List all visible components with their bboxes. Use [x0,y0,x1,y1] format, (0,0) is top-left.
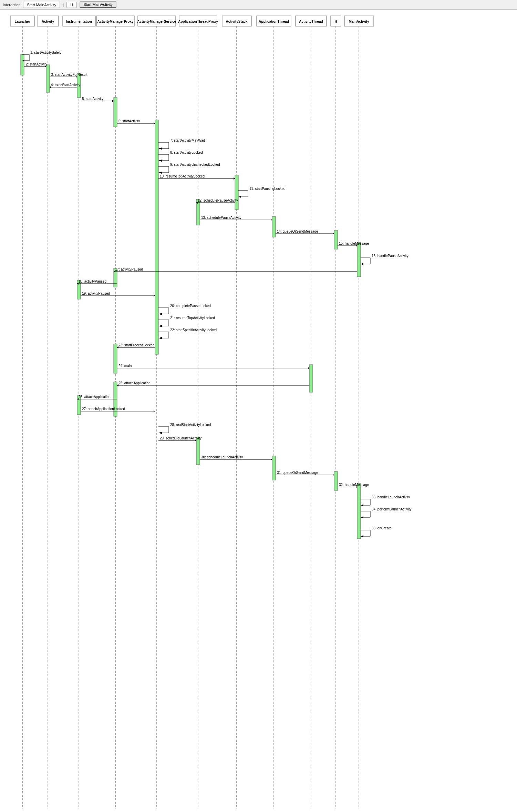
svg-rect-39 [196,199,200,225]
svg-marker-88 [333,233,334,235]
svg-marker-114 [308,367,309,369]
svg-text:2: startActivity: 2: startActivity [26,62,47,66]
svg-text:ActivityManagerService: ActivityManagerService [137,20,176,23]
svg-rect-42 [357,242,361,277]
toolbar-interaction-label: Interaction [3,3,20,7]
svg-text:ApplicationThread: ApplicationThread [259,20,289,23]
svg-text:35: onCreate: 35: onCreate [372,526,392,530]
svg-marker-85 [271,219,272,221]
svg-marker-131 [271,458,272,460]
svg-rect-50 [272,456,276,480]
svg-marker-134 [333,474,334,476]
svg-text:10: resumeTopActivityLocked: 10: resumeTopActivityLocked [160,174,205,178]
svg-marker-93 [361,263,363,265]
svg-text:8: startActivityLocked: 8: startActivityLocked [170,151,203,154]
svg-text:15: handleMessage: 15: handleMessage [339,242,369,245]
svg-marker-68 [154,122,155,124]
svg-text:17: activityPaused: 17: activityPaused [115,267,143,271]
svg-text:27: attachApplicationLocked: 27: attachApplicationLocked [82,407,125,411]
svg-text:3: startActivityForResult: 3: startActivityForResult [51,73,87,77]
svg-text:H: H [334,20,337,23]
svg-rect-34 [46,65,50,92]
svg-text:23: startProcessLocked: 23: startProcessLocked [118,343,155,347]
svg-marker-70 [158,148,162,150]
svg-marker-104 [158,313,162,315]
svg-marker-77 [234,177,235,180]
svg-text:9: startActivityUncheckedLocke: 9: startActivityUncheckedLocked [170,163,220,166]
svg-rect-49 [196,437,200,465]
svg-text:25: attachApplication: 25: attachApplication [118,381,151,385]
svg-text:28: realStartActivityLocked: 28: realStartActivityLocked [170,423,211,427]
svg-text:33: handleLaunchActivity: 33: handleLaunchActivity [372,495,410,499]
svg-text:14: queueOrSendMessage: 14: queueOrSendMessage [277,230,318,233]
svg-text:11: startPausingLocked: 11: startPausingLocked [249,187,286,191]
svg-text:30: scheduleLaunchActivity: 30: scheduleLaunchActivity [201,455,243,459]
svg-text:5: startActivity: 5: startActivity [82,97,103,101]
sequence-diagram-svg: Launcher Activity Instrumentation Activi… [0,10,517,809]
svg-text:1: startActivitySafely: 1: startActivitySafely [30,51,61,54]
svg-rect-52 [357,484,361,539]
svg-rect-45 [114,344,117,373]
toolbar-tab-2[interactable]: H [66,2,77,8]
svg-text:34: performLaunchActivity: 34: performLaunchActivity [372,507,412,511]
svg-text:MainActivity: MainActivity [349,20,369,23]
svg-text:Launcher: Launcher [14,20,30,23]
svg-text:ActivityStack: ActivityStack [226,20,248,23]
svg-rect-38 [235,175,238,210]
svg-text:12: schedulePauseActivity: 12: schedulePauseActivity [198,199,238,202]
svg-text:13: schedulePauseActivity: 13: schedulePauseActivity [201,216,241,220]
svg-text:18: activityPaused: 18: activityPaused [79,280,106,283]
svg-text:7: startActivityMayWait: 7: startActivityMayWait [170,139,205,142]
diagram-area: Launcher Activity Instrumentation Activi… [0,10,517,809]
svg-marker-74 [158,172,162,174]
svg-text:6: startActivity: 6: startActivity [118,119,140,123]
svg-text:ActivityManagerProxy: ActivityManagerProxy [97,20,133,23]
svg-text:Activity: Activity [42,20,54,23]
toolbar-tab-3[interactable]: Start.MainActivity [80,1,116,8]
svg-text:ApplicationThreadProxy: ApplicationThreadProxy [178,20,218,23]
svg-text:31: queueOrSendMessage: 31: queueOrSendMessage [277,471,318,475]
svg-marker-139 [361,504,363,506]
svg-marker-72 [158,160,162,162]
svg-text:32: handleMessage: 32: handleMessage [339,483,369,487]
svg-rect-41 [334,230,338,249]
svg-marker-125 [158,432,162,434]
svg-rect-40 [272,216,276,237]
svg-text:Instrumentation: Instrumentation [66,20,92,23]
svg-text:4: execStartActivity: 4: execStartActivity [51,83,80,87]
svg-text:ActivityThread: ActivityThread [299,20,323,23]
svg-text:24: main: 24: main [118,364,132,368]
svg-marker-106 [158,325,162,327]
svg-rect-46 [309,365,313,392]
svg-text:16: handlePauseActivity: 16: handlePauseActivity [372,254,409,258]
svg-rect-36 [114,98,117,127]
svg-rect-33 [21,54,24,75]
svg-marker-79 [238,196,241,198]
svg-marker-102 [154,295,155,297]
toolbar: Interaction Start.MainActivity | H Start… [0,0,517,10]
svg-text:26: attachApplication: 26: attachApplication [79,395,111,399]
svg-marker-65 [112,100,114,102]
svg-text:19: activityPaused: 19: activityPaused [82,292,110,295]
svg-marker-123 [154,410,155,412]
toolbar-separator: | [63,3,64,7]
svg-marker-141 [361,516,363,518]
svg-text:20: completePauseLocked: 20: completePauseLocked [170,304,211,308]
svg-marker-108 [158,337,162,339]
svg-marker-143 [361,535,363,537]
svg-text:22: startSpecificActivityLocke: 22: startSpecificActivityLocked [170,328,217,332]
svg-rect-37 [155,120,158,354]
toolbar-tab-1[interactable]: Start.MainActivity [23,2,60,8]
svg-text:21: resumeTopActivityLocked: 21: resumeTopActivityLocked [170,316,215,320]
svg-rect-51 [334,471,338,490]
svg-text:29: scheduleLaunchActivity: 29: scheduleLaunchActivity [160,436,201,440]
